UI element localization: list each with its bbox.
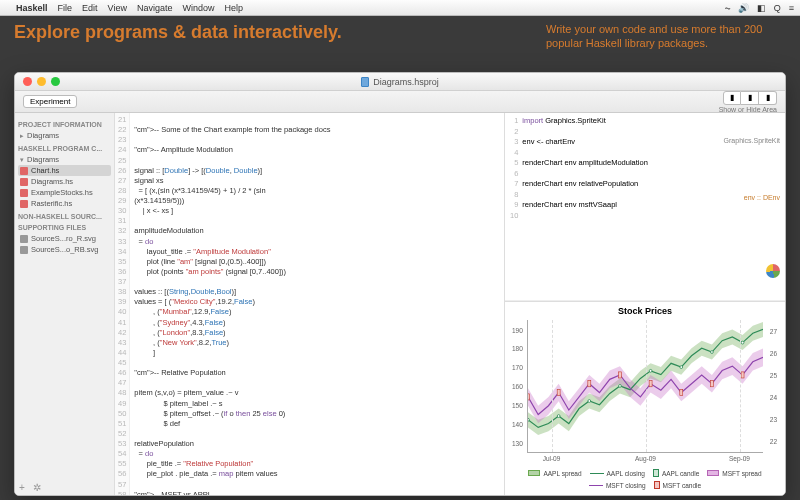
menu-view[interactable]: View xyxy=(108,3,127,13)
status-icons: ⏦ 🔊 ◧ Q ≡ xyxy=(725,3,794,13)
sidebar-section-header: HASKELL PROGRAM C... xyxy=(18,145,111,152)
y-tick-left: 160 xyxy=(512,383,523,390)
menu-file[interactable]: File xyxy=(58,3,73,13)
svg-point-2 xyxy=(588,400,591,403)
menu-window[interactable]: Window xyxy=(182,3,214,13)
sidebar-item[interactable]: ExampleStocks.hs xyxy=(18,187,111,198)
legend-item: MSFT spread xyxy=(707,469,761,477)
view-segmented-control[interactable]: ▮ ▮ ▮ xyxy=(723,91,777,105)
code-editor[interactable]: 21 22 23 24 25 26 27 28 29 30 31 32 33 3… xyxy=(115,113,505,495)
svg-file-icon xyxy=(20,235,28,243)
sidebar-item-label: Chart.hs xyxy=(31,166,59,175)
sidebar-item-label: Rasterific.hs xyxy=(31,199,72,208)
segmented-label: Show or Hide Area xyxy=(719,106,777,113)
legend-label: AAPL closing xyxy=(607,470,645,477)
menu-navigate[interactable]: Navigate xyxy=(137,3,173,13)
sidebar-item[interactable]: Rasterific.hs xyxy=(18,198,111,209)
y-tick-left: 190 xyxy=(512,326,523,333)
window-titlebar[interactable]: Diagrams.hsproj xyxy=(15,73,785,91)
y-tick-left: 170 xyxy=(512,364,523,371)
svg-rect-12 xyxy=(649,381,652,387)
svg-point-4 xyxy=(649,370,652,373)
svg-rect-15 xyxy=(741,372,744,378)
sidebar-item-label: SourceS...ro_R.svg xyxy=(31,234,96,243)
wifi-icon[interactable]: ⏦ xyxy=(725,3,730,13)
sidebar-item-label: ExampleStocks.hs xyxy=(31,188,93,197)
chart-title: Stock Prices xyxy=(509,304,781,318)
svg-point-0 xyxy=(528,419,529,422)
settings-icon[interactable]: ✲ xyxy=(33,482,41,493)
show-right-pane-button[interactable]: ▮ xyxy=(759,91,777,105)
spotlight-icon[interactable]: Q xyxy=(774,3,781,13)
legend-swatch-icon xyxy=(653,469,659,477)
app-window: Diagrams.hsproj Experiment ▮ ▮ ▮ Show or… xyxy=(14,72,786,496)
legend-swatch-icon xyxy=(589,485,603,486)
sidebar-section-header: PROJECT INFORMATION xyxy=(18,121,111,128)
playground-pane: 1 2 3 4 5 6 7 8 9 10 import Graphics.Spr… xyxy=(505,113,785,495)
menu-edit[interactable]: Edit xyxy=(82,3,98,13)
show-left-pane-button[interactable]: ▮ xyxy=(723,91,741,105)
battery-icon[interactable]: ◧ xyxy=(757,3,766,13)
legend-swatch-icon xyxy=(707,470,719,476)
y-tick-left: 130 xyxy=(512,439,523,446)
menu-extra-icon[interactable]: ≡ xyxy=(789,3,794,13)
sidebar-item[interactable]: Chart.hs xyxy=(18,165,111,176)
hero-headline: Explore programs & data interactively. xyxy=(14,22,342,51)
sidebar-item[interactable]: ▸Diagrams xyxy=(18,130,111,141)
sidebar-item[interactable]: ▾Diagrams xyxy=(18,154,111,165)
svg-rect-13 xyxy=(680,390,683,396)
legend-label: MSFT candle xyxy=(663,482,702,489)
legend-item: MSFT closing xyxy=(589,481,646,489)
svg-point-7 xyxy=(741,341,744,344)
menubar-app-name[interactable]: Haskell xyxy=(16,3,48,13)
legend-label: MSFT closing xyxy=(606,482,646,489)
repl[interactable]: 1 2 3 4 5 6 7 8 9 10 import Graphics.Spr… xyxy=(505,113,785,301)
legend-label: AAPL spread xyxy=(543,470,581,477)
repl-module: Graphics.SpriteKit xyxy=(724,136,780,146)
svg-rect-9 xyxy=(557,390,560,396)
y-tick-right: 26 xyxy=(770,350,777,357)
sidebar-section-header: NON-HASKELL SOURC... xyxy=(18,213,111,220)
volume-icon[interactable]: 🔊 xyxy=(738,3,749,13)
project-sidebar[interactable]: PROJECT INFORMATION▸DiagramsHASKELL PROG… xyxy=(15,113,115,495)
x-tick: Aug-09 xyxy=(635,455,656,462)
svg-rect-11 xyxy=(618,372,621,378)
y-tick-right: 24 xyxy=(770,394,777,401)
sidebar-item-label: SourceS...o_RB.svg xyxy=(31,245,99,254)
svg-rect-10 xyxy=(588,381,591,387)
svg-point-1 xyxy=(557,415,560,418)
add-button[interactable]: + xyxy=(19,482,25,493)
y-tick-right: 25 xyxy=(770,372,777,379)
editor-code[interactable]: "cm">-- Some of the Chart example from t… xyxy=(130,113,334,495)
sidebar-item[interactable]: SourceS...ro_R.svg xyxy=(18,233,111,244)
y-tick-right: 27 xyxy=(770,328,777,335)
y-tick-right: 23 xyxy=(770,416,777,423)
haskell-file-icon xyxy=(20,200,28,208)
y-tick-left: 150 xyxy=(512,401,523,408)
x-tick: Sep-09 xyxy=(729,455,750,462)
y-tick-left: 140 xyxy=(512,420,523,427)
show-middle-pane-button[interactable]: ▮ xyxy=(741,91,759,105)
y-tick-left: 180 xyxy=(512,345,523,352)
sidebar-section-header: SUPPORTING FILES xyxy=(18,224,111,231)
stock-chart: Stock Prices 130140150160170180190222324… xyxy=(505,301,785,495)
macos-menubar: Haskell File Edit View Navigate Window H… xyxy=(0,0,800,16)
svg-point-3 xyxy=(619,385,622,388)
sidebar-item[interactable]: SourceS...o_RB.svg xyxy=(18,244,111,255)
experiment-button[interactable]: Experiment xyxy=(23,95,77,108)
disclosure-icon[interactable]: ▾ xyxy=(20,156,24,164)
haskell-file-icon xyxy=(20,178,28,186)
legend-swatch-icon xyxy=(654,481,660,489)
chart-legend: AAPL spreadAAPL closingAAPL candleMSFT s… xyxy=(509,467,781,493)
hero-subtext: Write your own code and use more than 20… xyxy=(546,22,786,51)
sidebar-item-label: Diagrams xyxy=(27,155,59,164)
menu-help[interactable]: Help xyxy=(224,3,243,13)
legend-item: AAPL closing xyxy=(590,469,645,477)
legend-swatch-icon xyxy=(528,470,540,476)
svg-point-5 xyxy=(680,366,683,369)
pie-thumbnail-icon xyxy=(766,264,780,278)
legend-item: AAPL candle xyxy=(653,469,699,477)
sidebar-item[interactable]: Diagrams.hs xyxy=(18,176,111,187)
svg-point-6 xyxy=(711,351,714,354)
haskell-file-icon xyxy=(20,167,28,175)
